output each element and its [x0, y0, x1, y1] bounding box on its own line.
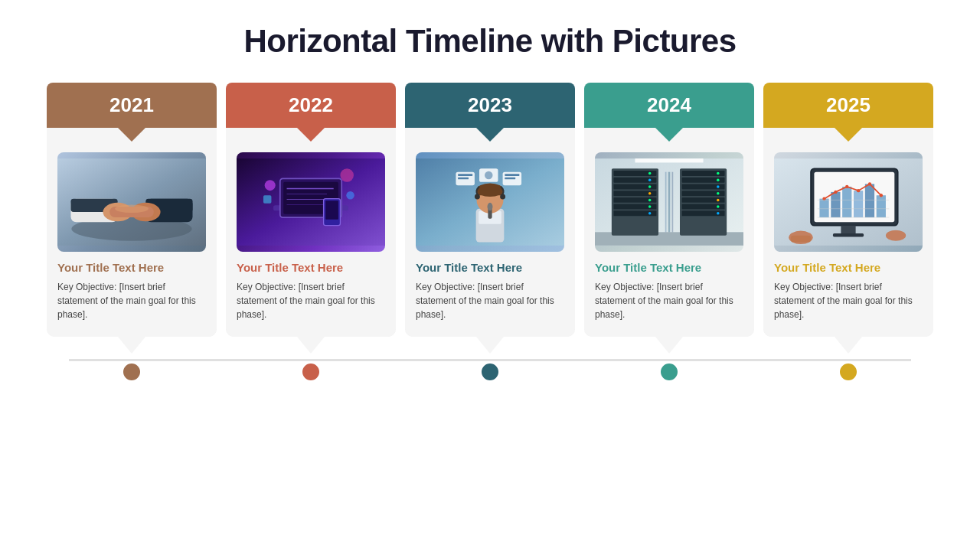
svg-rect-83: [819, 199, 828, 217]
svg-point-74: [717, 212, 719, 214]
svg-point-29: [485, 171, 492, 179]
svg-rect-86: [854, 191, 863, 217]
card-pointer-2024: [655, 337, 683, 354]
card-pointer-2022: [297, 337, 325, 354]
card-header-2022: 2022: [226, 83, 396, 128]
svg-point-93: [868, 182, 871, 185]
timeline-container: 2021: [23, 83, 957, 383]
timeline-item-2021: 2021: [47, 83, 217, 383]
card-title-2023: Your Title Text Here: [416, 261, 564, 274]
card-description-2023: Key Objective: [Insert brief statement o…: [416, 280, 564, 321]
card-pointer-2021: [118, 337, 145, 354]
svg-rect-26: [458, 174, 472, 176]
svg-point-92: [857, 189, 860, 192]
card-image-2024: [595, 152, 743, 252]
timeline-item-2023: 2023: [405, 83, 575, 383]
card-header-2025: 2025: [763, 83, 933, 128]
card-body-2021: Your Title Text Here Key Objective: [Ins…: [47, 142, 217, 337]
card-description-2022: Key Objective: [Insert brief statement o…: [237, 280, 385, 321]
svg-rect-82: [833, 233, 864, 236]
timeline-item-2022: 2022: [226, 83, 396, 383]
svg-rect-81: [841, 226, 855, 233]
svg-point-41: [488, 203, 493, 210]
svg-rect-100: [791, 236, 811, 243]
card-2024: 2024: [584, 83, 754, 337]
svg-point-68: [717, 172, 719, 174]
svg-rect-87: [865, 184, 874, 217]
card-pointer-2025: [835, 337, 862, 354]
pointer-wrap-2024: [584, 337, 754, 354]
card-header-2023: 2023: [405, 83, 575, 128]
svg-point-57: [648, 199, 651, 201]
card-2022: 2022: [226, 83, 396, 337]
svg-point-20: [340, 168, 353, 181]
pointer-wrap-2021: [47, 337, 217, 354]
pointer-wrap-2022: [226, 337, 396, 354]
svg-rect-23: [325, 201, 338, 219]
svg-rect-84: [831, 192, 840, 217]
svg-point-39: [500, 194, 505, 200]
svg-point-94: [880, 194, 883, 197]
card-description-2024: Key Objective: [Insert brief statement o…: [595, 280, 743, 321]
card-image-2021: [57, 152, 206, 252]
card-title-2025: Your Title Text Here: [774, 261, 923, 274]
svg-point-71: [717, 192, 719, 194]
svg-rect-37: [477, 190, 504, 195]
card-2021: 2021: [47, 83, 217, 337]
svg-point-91: [845, 185, 848, 188]
timeline-item-2024: 2024: [584, 83, 754, 383]
card-description-2021: Key Objective: [Insert brief statement o…: [57, 280, 206, 321]
timeline-item-2025: 2025: [763, 83, 933, 383]
svg-rect-31: [505, 174, 519, 176]
svg-point-54: [648, 178, 651, 181]
svg-point-90: [834, 191, 837, 194]
card-title-2024: Your Title Text Here: [595, 261, 743, 274]
svg-point-56: [648, 192, 651, 194]
svg-point-99: [886, 230, 906, 241]
card-image-2023: [416, 152, 564, 252]
card-body-2023: Your Title Text Here Key Objective: [Ins…: [405, 142, 575, 337]
svg-point-70: [717, 185, 719, 187]
svg-point-72: [717, 199, 719, 201]
svg-point-55: [648, 185, 651, 187]
card-header-2021: 2021: [47, 83, 217, 128]
card-pointer-2023: [476, 337, 504, 354]
year-label-2021: 2021: [109, 93, 154, 116]
svg-point-9: [115, 204, 149, 212]
svg-point-58: [648, 205, 651, 207]
card-title-2022: Your Title Text Here: [237, 261, 385, 274]
svg-rect-27: [458, 178, 469, 180]
timeline-dot-2023: [479, 361, 501, 383]
year-label-2025: 2025: [826, 93, 871, 116]
svg-point-53: [648, 172, 651, 174]
card-body-2024: Your Title Text Here Key Objective: [Ins…: [584, 142, 754, 337]
card-2025: 2025: [763, 83, 933, 337]
svg-point-59: [648, 212, 651, 214]
card-title-2021: Your Title Text Here: [57, 261, 206, 274]
year-label-2023: 2023: [468, 93, 512, 116]
timeline-dot-2022: [300, 361, 322, 383]
svg-rect-32: [505, 178, 515, 180]
svg-point-38: [475, 194, 480, 200]
pointer-wrap-2023: [405, 337, 575, 354]
svg-rect-21: [263, 195, 271, 203]
svg-rect-85: [842, 187, 851, 217]
card-2023: 2023: [405, 83, 575, 337]
svg-rect-88: [877, 195, 886, 217]
timeline-dot-2021: [121, 361, 142, 383]
svg-point-69: [717, 178, 719, 181]
timeline-dot-2024: [658, 361, 680, 383]
svg-point-19: [346, 191, 354, 199]
card-image-2022: [237, 152, 385, 252]
page-title: Horizontal Timeline with Pictures: [243, 23, 736, 60]
year-label-2024: 2024: [647, 93, 691, 116]
svg-rect-44: [635, 158, 703, 162]
svg-point-18: [265, 180, 276, 191]
card-description-2025: Key Objective: [Insert brief statement o…: [774, 280, 923, 321]
card-image-2025: [774, 152, 923, 252]
timeline-dot-2025: [838, 361, 859, 383]
card-body-2025: Your Title Text Here Key Objective: [Ins…: [763, 142, 933, 337]
card-body-2022: Your Title Text Here Key Objective: [Ins…: [226, 142, 396, 337]
year-label-2022: 2022: [289, 93, 333, 116]
pointer-wrap-2025: [763, 337, 933, 354]
